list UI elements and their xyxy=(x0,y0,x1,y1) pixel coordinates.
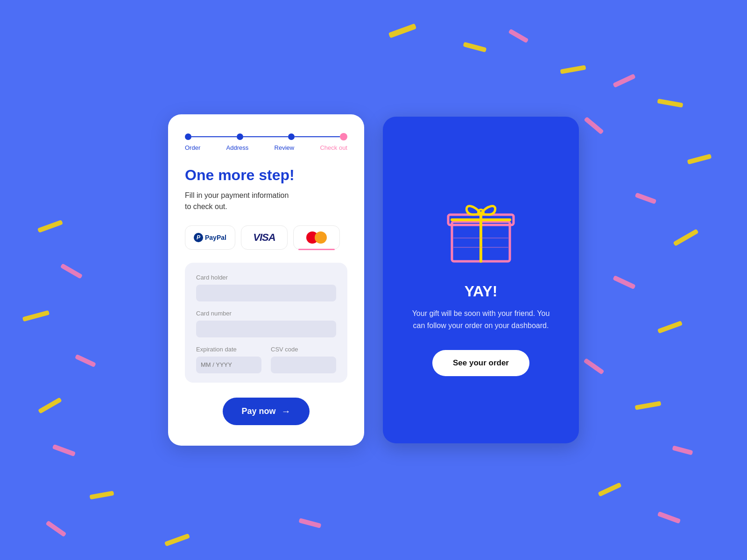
confetti-stroke xyxy=(635,401,662,410)
confetti-stroke xyxy=(583,358,604,375)
confetti-stroke xyxy=(508,28,529,43)
confetti-stroke xyxy=(613,275,636,289)
see-order-label: See your order xyxy=(453,358,509,367)
csv-col: CSV code xyxy=(271,346,336,373)
field-row-expiry-csv: Expiration date CSV code xyxy=(196,346,336,373)
paypal-button[interactable]: P PayPal xyxy=(185,225,235,250)
csv-input[interactable] xyxy=(271,357,336,373)
confetti-stroke xyxy=(388,23,416,38)
pay-now-label: Pay now xyxy=(241,406,275,416)
confetti-stroke xyxy=(463,42,487,53)
confetti-stroke xyxy=(299,518,322,528)
payment-form: Card holder Card number Expiration date … xyxy=(185,263,347,383)
page-heading: One more step! xyxy=(185,166,347,184)
gift-box-illustration xyxy=(439,182,523,266)
card-number-label: Card number xyxy=(196,310,336,317)
confetti-stroke xyxy=(90,491,114,500)
step-label-address: Address xyxy=(226,144,249,151)
confetti-stroke xyxy=(164,533,190,546)
confetti-stroke xyxy=(52,444,76,456)
mastercard-icon xyxy=(306,231,327,244)
confetti-stroke xyxy=(75,354,96,368)
stepper-dot-address xyxy=(237,133,243,140)
checkout-card: Order Address Review Check out One more … xyxy=(168,114,364,445)
payment-methods: P PayPal VISA xyxy=(185,225,347,250)
confetti-stroke xyxy=(657,98,684,107)
confetti-stroke xyxy=(687,154,712,164)
mc-right-circle xyxy=(315,231,327,244)
stepper-dot-order xyxy=(185,133,191,140)
confetti-stroke xyxy=(45,520,66,537)
page-subtext: Fill in your payment informationto check… xyxy=(185,190,347,212)
expiry-label: Expiration date xyxy=(196,346,261,353)
stepper-labels: Order Address Review Check out xyxy=(185,144,347,151)
step-label-review: Review xyxy=(275,144,295,151)
visa-label: VISA xyxy=(253,231,275,244)
expiry-input[interactable] xyxy=(196,357,261,373)
stepper-track xyxy=(185,133,347,140)
confetti-stroke xyxy=(598,482,621,497)
paypal-label: PayPal xyxy=(205,234,226,241)
confetti-stroke xyxy=(560,65,586,74)
pay-now-button[interactable]: Pay now → xyxy=(223,398,309,425)
stepper-wrapper: Order Address Review Check out xyxy=(185,133,347,151)
visa-button[interactable]: VISA xyxy=(241,225,288,250)
confetti-background xyxy=(0,0,747,560)
stepper-dot-checkout xyxy=(340,133,347,140)
stepper-line-1 xyxy=(191,136,237,137)
csv-label: CSV code xyxy=(271,346,336,353)
confetti-stroke xyxy=(37,220,63,233)
confetti-stroke xyxy=(584,117,604,135)
stepper-dot-review xyxy=(288,133,295,140)
confetti-stroke xyxy=(613,74,636,88)
confetti-stroke xyxy=(657,321,683,334)
success-text: Your gift will be soon with your friend.… xyxy=(411,308,551,331)
confetti-stroke xyxy=(672,445,693,455)
stepper-line-3 xyxy=(295,136,340,137)
step-label-checkout: Check out xyxy=(320,144,347,151)
arrow-icon: → xyxy=(282,406,291,417)
confetti-stroke xyxy=(635,192,657,204)
card-holder-label: Card holder xyxy=(196,274,336,281)
see-order-button[interactable]: See your order xyxy=(432,350,529,376)
yay-title: YAY! xyxy=(465,283,498,300)
confetti-stroke xyxy=(38,397,62,414)
confetti-stroke xyxy=(22,310,50,322)
stepper-line-2 xyxy=(243,136,289,137)
card-holder-input-display xyxy=(196,285,336,301)
confetti-stroke xyxy=(60,263,83,279)
paypal-logo: P PayPal xyxy=(194,233,226,242)
step-label-order: Order xyxy=(185,144,200,151)
success-card: YAY! Your gift will be soon with your fr… xyxy=(383,117,579,443)
mastercard-button[interactable] xyxy=(293,225,340,250)
confetti-stroke xyxy=(673,229,698,246)
expiry-col: Expiration date xyxy=(196,346,261,373)
card-number-input-display xyxy=(196,321,336,337)
paypal-icon: P xyxy=(194,233,203,242)
confetti-stroke xyxy=(657,511,681,524)
